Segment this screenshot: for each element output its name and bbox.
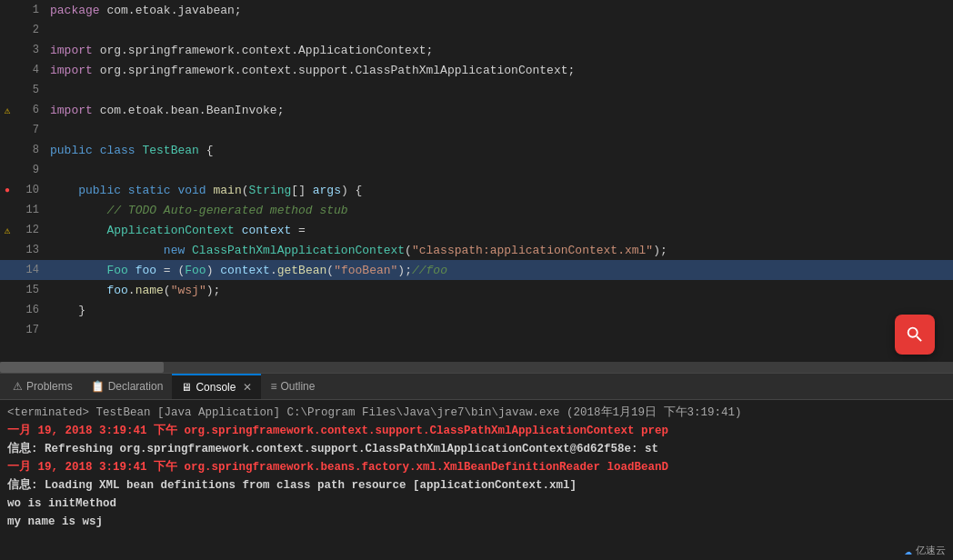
code-line: 4import org.springframework.context.supp… bbox=[0, 60, 953, 80]
line-number: 16 bbox=[15, 304, 46, 316]
line-code: } bbox=[46, 304, 953, 317]
console-line: 一月 19, 2018 3:19:41 下午 org.springframewo… bbox=[7, 422, 946, 440]
line-code: new ClassPathXmlApplicationContext("clas… bbox=[46, 244, 953, 257]
console-line: 信息: Loading XML bean definitions from cl… bbox=[7, 476, 946, 495]
gutter-icon: ⚠ bbox=[0, 105, 15, 116]
tab-icon-console: 🖥 bbox=[181, 381, 192, 394]
code-line: 16 } bbox=[0, 300, 953, 320]
code-line: 8public class TestBean { bbox=[0, 140, 953, 160]
line-code: Foo foo = (Foo) context.getBean("fooBean… bbox=[46, 264, 953, 277]
line-code bbox=[46, 324, 953, 337]
code-line: 14 Foo foo = (Foo) context.getBean("fooB… bbox=[0, 260, 953, 280]
brand-name: 亿速云 bbox=[916, 544, 946, 557]
code-line: 13 new ClassPathXmlApplicationContext("c… bbox=[0, 240, 953, 260]
line-number: 4 bbox=[15, 64, 46, 76]
code-line: ●10 public static void main(String[] arg… bbox=[0, 180, 953, 200]
code-line: ⚠6import com.etoak.bean.BeanInvoke; bbox=[0, 100, 953, 120]
console-line: my name is wsj bbox=[7, 513, 946, 531]
console-terminated-line: <terminated> TestBean [Java Application]… bbox=[7, 404, 946, 422]
tab-icon-outline: ≡ bbox=[270, 380, 276, 393]
console-line: 信息: Refreshing org.springframework.conte… bbox=[7, 440, 946, 458]
line-number: 6 bbox=[15, 104, 46, 116]
code-line: 3import org.springframework.context.Appl… bbox=[0, 40, 953, 60]
code-line: 17 bbox=[0, 320, 953, 340]
tab-icon-declaration: 📋 bbox=[91, 380, 105, 393]
line-number: 2 bbox=[15, 24, 46, 36]
line-number: 9 bbox=[15, 164, 46, 176]
code-line: 15 foo.name("wsj"); bbox=[0, 280, 953, 300]
code-line: 1package com.etoak.javabean; bbox=[0, 0, 953, 20]
line-code bbox=[46, 124, 953, 137]
tab-label-console: Console bbox=[196, 381, 236, 394]
line-code bbox=[46, 24, 953, 37]
line-code bbox=[46, 164, 953, 177]
line-code: foo.name("wsj"); bbox=[46, 284, 953, 297]
line-code: import com.etoak.bean.BeanInvoke; bbox=[46, 104, 953, 117]
code-line: ⚠12 ApplicationContext context = bbox=[0, 220, 953, 240]
line-number: 12 bbox=[15, 224, 46, 236]
console-panel: <terminated> TestBean [Java Application]… bbox=[0, 400, 953, 535]
console-line: 一月 19, 2018 3:19:41 下午 org.springframewo… bbox=[7, 458, 946, 476]
code-line: 2 bbox=[0, 20, 953, 40]
line-code: package com.etoak.javabean; bbox=[46, 4, 953, 17]
line-number: 13 bbox=[15, 244, 46, 256]
line-number: 10 bbox=[15, 184, 46, 196]
line-number: 14 bbox=[15, 264, 46, 276]
brand-icon: ☁ bbox=[905, 543, 912, 558]
line-number: 8 bbox=[15, 144, 46, 156]
line-code: // TODO Auto-generated method stub bbox=[46, 204, 953, 217]
line-number: 1 bbox=[15, 4, 46, 16]
tab-console[interactable]: 🖥Console✕ bbox=[172, 374, 261, 399]
line-code: public static void main(String[] args) { bbox=[46, 184, 953, 197]
code-content: 1package com.etoak.javabean;2 3import or… bbox=[0, 0, 953, 340]
search-button[interactable] bbox=[895, 315, 935, 355]
code-line: 5 bbox=[0, 80, 953, 100]
tab-label-outline: Outline bbox=[280, 380, 315, 393]
line-code: public class TestBean { bbox=[46, 144, 953, 157]
brand-area: ☁ 亿速云 bbox=[905, 543, 946, 558]
tabs-container: ⚠Problems📋Declaration🖥Console✕≡Outline bbox=[4, 374, 324, 399]
line-code: import org.springframework.context.Appli… bbox=[46, 44, 953, 57]
gutter-icon: ⚠ bbox=[0, 225, 15, 236]
line-number: 5 bbox=[15, 84, 46, 96]
tab-label-problems: Problems bbox=[26, 380, 73, 393]
line-code: ApplicationContext context = bbox=[46, 224, 953, 237]
code-line: 11 // TODO Auto-generated method stub bbox=[0, 200, 953, 220]
tab-label-declaration: Declaration bbox=[108, 380, 164, 393]
code-line: 7 bbox=[0, 120, 953, 140]
tab-problems[interactable]: ⚠Problems bbox=[4, 374, 82, 399]
tab-close-icon[interactable]: ✕ bbox=[243, 381, 252, 394]
line-number: 15 bbox=[15, 284, 46, 296]
tab-outline[interactable]: ≡Outline bbox=[261, 374, 324, 399]
code-editor[interactable]: 1package com.etoak.javabean;2 3import or… bbox=[0, 0, 953, 373]
line-number: 7 bbox=[15, 124, 46, 136]
console-output: <terminated> TestBean [Java Application]… bbox=[7, 404, 946, 531]
console-line: wo is initMethod bbox=[7, 495, 946, 513]
code-line: 9 bbox=[0, 160, 953, 180]
tab-bar: ⚠Problems📋Declaration🖥Console✕≡Outline bbox=[0, 373, 953, 400]
line-code bbox=[46, 84, 953, 97]
gutter-icon: ● bbox=[0, 185, 15, 195]
line-number: 3 bbox=[15, 44, 46, 56]
tab-icon-problems: ⚠ bbox=[13, 380, 23, 393]
line-code: import org.springframework.context.suppo… bbox=[46, 64, 953, 77]
line-number: 11 bbox=[15, 204, 46, 216]
line-number: 17 bbox=[15, 324, 46, 336]
tab-declaration[interactable]: 📋Declaration bbox=[82, 374, 173, 399]
